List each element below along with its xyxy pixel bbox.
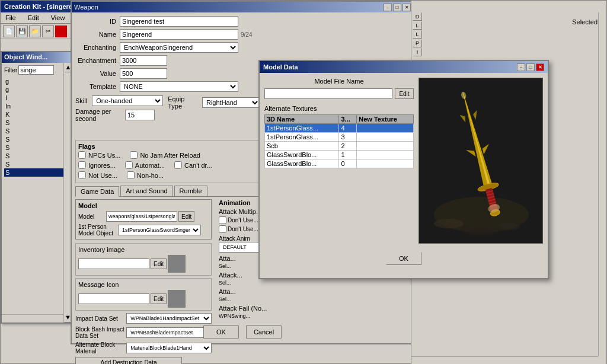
texture-row[interactable]: GlassSwordBlo... 0 xyxy=(265,159,414,168)
model-edit-button[interactable]: Edit xyxy=(178,211,194,222)
flags-section: Flags NPCs Us... No Jam After Reload Ign… xyxy=(75,140,283,183)
alternate-block-select[interactable]: MaterialBlockBlade1Hand xyxy=(126,343,212,353)
filter-label: Filter xyxy=(4,67,17,74)
filter-input[interactable] xyxy=(18,65,54,75)
weapon-minimize[interactable]: – xyxy=(384,4,392,11)
message-edit-button[interactable]: Edit xyxy=(151,293,167,304)
list-item[interactable]: S xyxy=(4,160,69,168)
enchanting-select[interactable]: EnchWeaponSingerend xyxy=(120,42,238,53)
enchanting-label: Enchanting xyxy=(75,44,120,51)
no-jam-checkbox[interactable] xyxy=(130,151,138,159)
right-scrollbar-h[interactable] xyxy=(411,356,598,364)
block-bash-select[interactable]: WPNBashBladeImpactSet xyxy=(126,327,212,338)
dont-use-checkbox2[interactable] xyxy=(219,225,226,233)
list-item[interactable]: S xyxy=(4,152,69,160)
tab-game-data[interactable]: Game Data xyxy=(75,186,119,197)
damage-input[interactable] xyxy=(125,110,155,120)
right-btn-5[interactable]: I xyxy=(413,48,422,56)
first-person-select[interactable]: 1stPersonGlassSwordSingerend xyxy=(118,225,201,235)
toolbar-btn-4[interactable]: ✂ xyxy=(42,25,54,37)
toolbar-btn-5[interactable] xyxy=(55,25,67,37)
message-icon-input[interactable] xyxy=(78,293,149,304)
add-destruction-button[interactable]: Add Destruction Data xyxy=(75,357,182,364)
right-btn-1[interactable]: D xyxy=(413,12,422,21)
right-btn-2[interactable]: L xyxy=(413,21,422,30)
automatic-checkbox[interactable] xyxy=(125,161,133,169)
cancel-button[interactable]: Cancel xyxy=(246,325,282,339)
tab-rumble[interactable]: Rumble xyxy=(174,186,207,196)
attack-alt-select3: Sel... xyxy=(219,295,290,302)
model-data-ok-button[interactable]: OK xyxy=(386,252,421,265)
tab-art-sound[interactable]: Art and Sound xyxy=(120,186,172,196)
main-window: Creation Kit - [singerend.esp] – □ ✕ Fil… xyxy=(0,0,607,364)
model-data-title: Model Data xyxy=(263,63,298,71)
model-file-edit-button[interactable]: Edit xyxy=(395,88,414,99)
weapon-close[interactable]: ✕ xyxy=(402,4,411,11)
list-item[interactable]: S xyxy=(4,119,69,127)
menu-edit[interactable]: Edit xyxy=(25,14,41,22)
not-used-checkbox[interactable] xyxy=(78,171,86,179)
name-label: Name xyxy=(75,31,120,38)
name-input[interactable] xyxy=(120,29,238,40)
list-item[interactable]: g xyxy=(4,85,69,94)
right-scrollbar-v[interactable] xyxy=(598,12,606,356)
skill-label: Skill xyxy=(75,97,87,104)
not-used-row: Not Use... xyxy=(78,171,117,179)
skill-section: Skill One-handed Damage per second xyxy=(75,95,163,122)
impact-data-select[interactable]: WPNaBlade1HandImpactSet xyxy=(126,313,212,324)
list-item[interactable]: S xyxy=(4,127,69,135)
equip-type-row: Equip Type RightHand xyxy=(168,95,260,110)
list-item[interactable]: K xyxy=(4,110,69,119)
texture-row[interactable]: GlassSwordBlo... 1 xyxy=(265,151,414,159)
right-btn-4[interactable]: P xyxy=(413,39,422,47)
npcs-use-checkbox[interactable] xyxy=(78,151,86,159)
toolbar-btn-3[interactable]: 📁 xyxy=(29,25,41,37)
texture-row[interactable]: 1stPersonGlass... 4 xyxy=(265,124,414,133)
model-file-input[interactable] xyxy=(264,88,392,99)
flags-row3: Not Use... Non-ho... xyxy=(78,171,280,180)
list-item[interactable]: In xyxy=(4,102,69,110)
list-item-selected[interactable]: S xyxy=(4,168,69,177)
non-hostile-checkbox[interactable] xyxy=(127,171,135,179)
value-input[interactable] xyxy=(120,68,167,79)
dont-use-label1: Don't Use... xyxy=(228,217,258,223)
id-row: ID xyxy=(75,16,410,27)
model-data-dialog: Model Data – □ ✕ Model File Name Edit Al… xyxy=(258,60,549,279)
cant-drop-checkbox[interactable] xyxy=(174,161,182,169)
toolbar-btn-2[interactable]: 💾 xyxy=(16,25,28,37)
texture-row[interactable]: Scb 2 xyxy=(265,142,414,151)
skill-select[interactable]: One-handed xyxy=(92,95,163,106)
message-icon-preview xyxy=(168,290,186,308)
inventory-edit-button[interactable]: Edit xyxy=(151,258,167,269)
list-item[interactable]: I xyxy=(4,94,69,102)
dialog-minimize-button[interactable]: – xyxy=(517,63,525,71)
list-item[interactable]: S xyxy=(4,135,69,143)
list-item[interactable]: g xyxy=(4,77,69,85)
texture-row[interactable]: 1stPersonGlass... 3 xyxy=(265,133,414,142)
inventory-image-input[interactable] xyxy=(78,258,149,269)
message-icon-label: Message Icon xyxy=(78,281,119,288)
scrollbar-horizontal[interactable] xyxy=(2,314,63,323)
enchantment-label: Enchantment xyxy=(75,57,120,64)
ignores-checkbox[interactable] xyxy=(78,161,86,169)
toolbar-btn-1[interactable]: 📄 xyxy=(3,25,15,37)
npcs-use-label: NPCs Us... xyxy=(88,152,120,159)
automatic-row: Automat... xyxy=(125,161,165,169)
bottom-buttons: OK Cancel xyxy=(203,325,282,339)
model-input[interactable] xyxy=(106,211,177,222)
right-btn-3[interactable]: L xyxy=(413,30,422,39)
weapon-maximize[interactable]: □ xyxy=(393,4,401,11)
dialog-maximize-button[interactable]: □ xyxy=(526,63,535,71)
equip-type-select[interactable]: RightHand xyxy=(202,97,260,108)
dialog-close-button[interactable]: ✕ xyxy=(536,63,544,71)
menu-file[interactable]: File xyxy=(3,14,18,22)
dont-use-label2: Don't Use... xyxy=(228,226,258,232)
list-item[interactable]: S xyxy=(4,143,69,152)
id-input[interactable] xyxy=(120,16,238,27)
dont-use-checkbox1[interactable] xyxy=(219,216,226,224)
menu-view[interactable]: View xyxy=(49,14,68,22)
model-row: Model Edit xyxy=(78,211,209,222)
enchantment-input[interactable] xyxy=(120,55,167,66)
ok-button[interactable]: OK xyxy=(203,325,239,339)
template-select[interactable]: NONE xyxy=(120,81,238,92)
